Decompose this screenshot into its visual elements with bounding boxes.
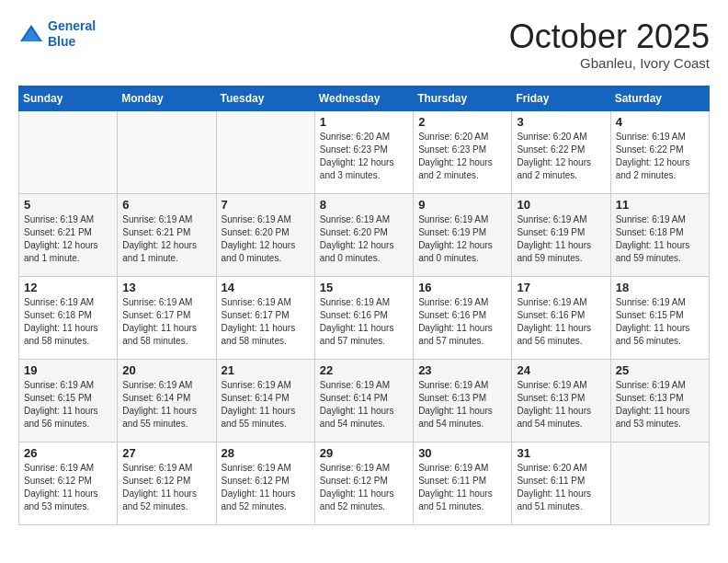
day-info: Sunrise: 6:19 AM Sunset: 6:18 PM Dayligh… (616, 213, 704, 265)
day-info: Sunrise: 6:19 AM Sunset: 6:21 PM Dayligh… (122, 213, 210, 265)
day-info: Sunrise: 6:19 AM Sunset: 6:17 PM Dayligh… (222, 296, 310, 348)
day-info: Sunrise: 6:19 AM Sunset: 6:18 PM Dayligh… (24, 296, 112, 348)
calendar-cell: 20Sunrise: 6:19 AM Sunset: 6:14 PM Dayli… (118, 359, 216, 442)
calendar-cell: 6Sunrise: 6:19 AM Sunset: 6:21 PM Daylig… (118, 193, 216, 276)
day-number: 17 (517, 281, 605, 294)
day-info: Sunrise: 6:20 AM Sunset: 6:23 PM Dayligh… (418, 131, 506, 182)
day-info: Sunrise: 6:19 AM Sunset: 6:15 PM Dayligh… (24, 379, 112, 431)
day-number: 16 (418, 281, 506, 294)
header-day-sunday: Sunday (19, 86, 118, 110)
calendar-week-2: 12Sunrise: 6:19 AM Sunset: 6:18 PM Dayli… (19, 276, 710, 359)
calendar-cell: 17Sunrise: 6:19 AM Sunset: 6:16 PM Dayli… (512, 276, 610, 359)
calendar-cell: 14Sunrise: 6:19 AM Sunset: 6:17 PM Dayli… (216, 276, 314, 359)
calendar-cell (118, 110, 216, 193)
day-number: 25 (616, 363, 704, 377)
day-info: Sunrise: 6:19 AM Sunset: 6:21 PM Dayligh… (24, 213, 112, 265)
day-number: 30 (418, 446, 506, 460)
day-number: 23 (418, 363, 506, 377)
day-info: Sunrise: 6:19 AM Sunset: 6:12 PM Dayligh… (222, 462, 310, 513)
day-info: Sunrise: 6:19 AM Sunset: 6:22 PM Dayligh… (616, 131, 704, 182)
calendar-cell: 9Sunrise: 6:19 AM Sunset: 6:19 PM Daylig… (414, 193, 512, 276)
calendar-cell: 30Sunrise: 6:19 AM Sunset: 6:11 PM Dayli… (414, 442, 512, 524)
day-number: 28 (222, 446, 310, 460)
day-number: 24 (517, 363, 605, 377)
month-title: October 2025 (509, 18, 710, 55)
logo-icon (18, 23, 44, 45)
calendar-cell: 28Sunrise: 6:19 AM Sunset: 6:12 PM Dayli… (216, 442, 314, 524)
day-number: 21 (222, 363, 310, 377)
calendar-header: SundayMondayTuesdayWednesdayThursdayFrid… (19, 86, 710, 110)
calendar-cell: 25Sunrise: 6:19 AM Sunset: 6:13 PM Dayli… (610, 359, 709, 442)
page-header: General Blue October 2025 Gbanleu, Ivory… (18, 18, 710, 71)
day-number: 1 (320, 115, 408, 129)
day-number: 5 (24, 198, 112, 212)
logo: General Blue (18, 18, 96, 50)
day-info: Sunrise: 6:19 AM Sunset: 6:11 PM Dayligh… (418, 462, 506, 513)
calendar-week-3: 19Sunrise: 6:19 AM Sunset: 6:15 PM Dayli… (19, 359, 710, 442)
day-number: 4 (616, 115, 704, 129)
header-day-tuesday: Tuesday (216, 86, 314, 110)
day-info: Sunrise: 6:19 AM Sunset: 6:12 PM Dayligh… (24, 462, 112, 513)
header-day-thursday: Thursday (414, 86, 512, 110)
day-info: Sunrise: 6:19 AM Sunset: 6:20 PM Dayligh… (320, 213, 408, 265)
header-day-wednesday: Wednesday (314, 86, 413, 110)
location: Gbanleu, Ivory Coast (509, 55, 710, 71)
day-number: 19 (24, 363, 112, 377)
calendar-cell: 10Sunrise: 6:19 AM Sunset: 6:19 PM Dayli… (512, 193, 610, 276)
calendar-cell: 15Sunrise: 6:19 AM Sunset: 6:16 PM Dayli… (314, 276, 413, 359)
day-info: Sunrise: 6:19 AM Sunset: 6:15 PM Dayligh… (616, 296, 704, 348)
calendar-cell (19, 110, 118, 193)
calendar-cell: 1Sunrise: 6:20 AM Sunset: 6:23 PM Daylig… (314, 110, 413, 193)
day-info: Sunrise: 6:19 AM Sunset: 6:12 PM Dayligh… (122, 462, 210, 513)
day-info: Sunrise: 6:19 AM Sunset: 6:19 PM Dayligh… (517, 213, 605, 265)
header-day-saturday: Saturday (610, 86, 709, 110)
calendar-cell: 12Sunrise: 6:19 AM Sunset: 6:18 PM Dayli… (19, 276, 118, 359)
day-info: Sunrise: 6:19 AM Sunset: 6:16 PM Dayligh… (418, 296, 506, 348)
calendar-table: SundayMondayTuesdayWednesdayThursdayFrid… (18, 86, 710, 525)
calendar-cell: 4Sunrise: 6:19 AM Sunset: 6:22 PM Daylig… (610, 110, 709, 193)
calendar-week-1: 5Sunrise: 6:19 AM Sunset: 6:21 PM Daylig… (19, 193, 710, 276)
day-info: Sunrise: 6:19 AM Sunset: 6:17 PM Dayligh… (122, 296, 210, 348)
calendar-cell: 2Sunrise: 6:20 AM Sunset: 6:23 PM Daylig… (414, 110, 512, 193)
calendar-cell (610, 442, 709, 524)
calendar-cell: 13Sunrise: 6:19 AM Sunset: 6:17 PM Dayli… (118, 276, 216, 359)
day-number: 10 (517, 198, 605, 212)
day-number: 31 (517, 446, 605, 460)
calendar-cell: 18Sunrise: 6:19 AM Sunset: 6:15 PM Dayli… (610, 276, 709, 359)
day-info: Sunrise: 6:19 AM Sunset: 6:19 PM Dayligh… (418, 213, 506, 265)
logo-line2: Blue (48, 34, 75, 49)
day-number: 22 (320, 363, 408, 377)
calendar-cell (216, 110, 314, 193)
day-info: Sunrise: 6:20 AM Sunset: 6:22 PM Dayligh… (517, 131, 605, 182)
day-number: 9 (418, 198, 506, 212)
day-info: Sunrise: 6:19 AM Sunset: 6:12 PM Dayligh… (320, 462, 408, 513)
calendar-cell: 3Sunrise: 6:20 AM Sunset: 6:22 PM Daylig… (512, 110, 610, 193)
calendar-cell: 31Sunrise: 6:20 AM Sunset: 6:11 PM Dayli… (512, 442, 610, 524)
header-day-friday: Friday (512, 86, 610, 110)
day-info: Sunrise: 6:19 AM Sunset: 6:14 PM Dayligh… (222, 379, 310, 431)
logo-text: General Blue (48, 18, 96, 50)
day-number: 3 (517, 115, 605, 129)
day-info: Sunrise: 6:19 AM Sunset: 6:13 PM Dayligh… (517, 379, 605, 431)
calendar-cell: 8Sunrise: 6:19 AM Sunset: 6:20 PM Daylig… (314, 193, 413, 276)
calendar-cell: 16Sunrise: 6:19 AM Sunset: 6:16 PM Dayli… (414, 276, 512, 359)
day-number: 18 (616, 281, 704, 294)
day-info: Sunrise: 6:19 AM Sunset: 6:16 PM Dayligh… (320, 296, 408, 348)
day-number: 8 (320, 198, 408, 212)
day-number: 12 (24, 281, 112, 294)
calendar-week-4: 26Sunrise: 6:19 AM Sunset: 6:12 PM Dayli… (19, 442, 710, 524)
day-number: 20 (122, 363, 210, 377)
calendar-cell: 5Sunrise: 6:19 AM Sunset: 6:21 PM Daylig… (19, 193, 118, 276)
day-number: 6 (122, 198, 210, 212)
day-number: 14 (222, 281, 310, 294)
calendar-cell: 22Sunrise: 6:19 AM Sunset: 6:14 PM Dayli… (314, 359, 413, 442)
day-number: 29 (320, 446, 408, 460)
day-info: Sunrise: 6:19 AM Sunset: 6:14 PM Dayligh… (122, 379, 210, 431)
day-number: 13 (122, 281, 210, 294)
day-number: 15 (320, 281, 408, 294)
day-info: Sunrise: 6:19 AM Sunset: 6:13 PM Dayligh… (616, 379, 704, 431)
day-info: Sunrise: 6:19 AM Sunset: 6:20 PM Dayligh… (222, 213, 310, 265)
calendar-cell: 29Sunrise: 6:19 AM Sunset: 6:12 PM Dayli… (314, 442, 413, 524)
calendar-cell: 21Sunrise: 6:19 AM Sunset: 6:14 PM Dayli… (216, 359, 314, 442)
calendar-cell: 23Sunrise: 6:19 AM Sunset: 6:13 PM Dayli… (414, 359, 512, 442)
